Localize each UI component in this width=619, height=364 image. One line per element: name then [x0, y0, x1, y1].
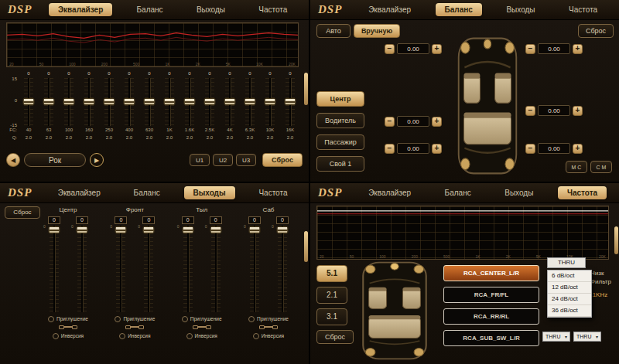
- slider-thumb[interactable]: [248, 226, 260, 233]
- band-gain-slider[interactable]: [83, 78, 95, 126]
- slider-thumb[interactable]: [276, 226, 288, 233]
- outputs-reset-button[interactable]: Сброс: [5, 206, 40, 219]
- band-gain-slider[interactable]: [203, 78, 216, 126]
- slider-thumb[interactable]: [265, 98, 276, 105]
- slope-select[interactable]: THRU: [547, 257, 586, 268]
- mute-checkbox[interactable]: [115, 316, 121, 322]
- channel-rca-sub-button[interactable]: RCA_SUB_SW_L/R: [443, 330, 539, 346]
- mute-checkbox[interactable]: [182, 316, 188, 322]
- decrease-button[interactable]: −: [385, 117, 395, 127]
- band-gain-slider[interactable]: [183, 78, 196, 126]
- decrease-button[interactable]: −: [385, 144, 395, 154]
- decrease-button[interactable]: −: [385, 44, 395, 54]
- tab-frequency[interactable]: Частота: [249, 3, 296, 16]
- mc-toggle-button[interactable]: M C: [566, 161, 587, 173]
- increase-button[interactable]: +: [573, 106, 583, 116]
- channel-rca-front-button[interactable]: RCA_FR/FL: [443, 287, 539, 303]
- user-preset-u1[interactable]: U1: [190, 154, 210, 166]
- tab-outputs[interactable]: Выходы: [184, 186, 235, 199]
- tab-equalizer[interactable]: Эквалайзер: [359, 3, 420, 16]
- slider-thumb[interactable]: [77, 226, 88, 233]
- slider-thumb[interactable]: [164, 98, 176, 105]
- slider-thumb[interactable]: [49, 226, 60, 233]
- slider-thumb[interactable]: [43, 98, 55, 105]
- output-level-slider[interactable]: 0: [249, 226, 260, 312]
- output-level-slider[interactable]: 0: [143, 226, 154, 312]
- slider-thumb[interactable]: [84, 98, 95, 105]
- tab-frequency[interactable]: Частота: [558, 186, 607, 199]
- balance-reset-button[interactable]: Сброс: [578, 24, 614, 38]
- increase-button[interactable]: +: [573, 144, 583, 154]
- tab-equalizer[interactable]: Эквалайзер: [359, 186, 420, 199]
- manual-mode-button[interactable]: Вручную: [354, 24, 400, 38]
- channel-rca-center-button[interactable]: RCA_CENTER_L/R: [443, 265, 539, 281]
- slope-option[interactable]: 24 dB/oct: [548, 294, 591, 305]
- invert-checkbox[interactable]: [53, 333, 59, 339]
- output-level-slider[interactable]: 0: [49, 226, 60, 312]
- invert-checkbox[interactable]: [119, 333, 125, 339]
- preset-next-button[interactable]: ▶: [90, 153, 104, 167]
- left-slope-mini-select[interactable]: THRU ▾: [542, 332, 570, 342]
- mute-checkbox[interactable]: [248, 316, 255, 322]
- output-level-slider[interactable]: 0: [210, 226, 221, 312]
- scroll-handle[interactable]: [304, 231, 308, 262]
- decrease-button[interactable]: −: [525, 144, 535, 154]
- band-gain-slider[interactable]: [63, 78, 75, 126]
- band-gain-slider[interactable]: [244, 78, 256, 126]
- slope-option[interactable]: 36 dB/oct: [548, 305, 591, 317]
- slider-thumb[interactable]: [285, 98, 296, 105]
- preset-button[interactable]: Рок: [24, 153, 86, 167]
- slider-thumb[interactable]: [245, 98, 256, 105]
- mode-2-1-button[interactable]: 2.1: [316, 287, 347, 304]
- link-channels-icon[interactable]: [193, 325, 211, 329]
- slider-thumb[interactable]: [115, 226, 127, 233]
- slider-thumb[interactable]: [143, 226, 155, 233]
- band-gain-slider[interactable]: [224, 78, 236, 126]
- slider-thumb[interactable]: [224, 98, 236, 105]
- tab-balance[interactable]: Баланс: [128, 3, 173, 16]
- slider-thumb[interactable]: [124, 98, 135, 105]
- slider-thumb[interactable]: [182, 226, 193, 233]
- band-gain-slider[interactable]: [103, 78, 115, 126]
- decrease-button[interactable]: −: [525, 106, 535, 116]
- tab-balance[interactable]: Баланс: [436, 186, 480, 199]
- eq-reset-button[interactable]: Сброс: [262, 153, 303, 167]
- increase-button[interactable]: +: [432, 44, 442, 54]
- output-level-slider[interactable]: 0: [183, 226, 193, 312]
- link-channels-icon[interactable]: [259, 325, 278, 329]
- invert-checkbox[interactable]: [253, 333, 259, 339]
- tab-equalizer[interactable]: Эквалайзер: [49, 186, 110, 199]
- user-preset-u2[interactable]: U2: [213, 154, 233, 166]
- slider-thumb[interactable]: [144, 98, 156, 105]
- output-level-slider[interactable]: 0: [115, 226, 126, 312]
- position-custom-button[interactable]: Свой 1: [316, 156, 364, 172]
- slider-thumb[interactable]: [204, 98, 216, 105]
- tab-frequency[interactable]: Частота: [559, 3, 607, 16]
- band-gain-slider[interactable]: [123, 78, 135, 126]
- slider-thumb[interactable]: [184, 98, 196, 105]
- band-gain-slider[interactable]: [22, 78, 35, 126]
- tab-equalizer[interactable]: Эквалайзер: [49, 3, 112, 16]
- slider-thumb[interactable]: [63, 98, 75, 105]
- channel-rca-rear-button[interactable]: RCA_RR/RL: [443, 308, 539, 325]
- slider-thumb[interactable]: [23, 98, 35, 105]
- slope-option[interactable]: 6 dB/oct: [548, 270, 591, 282]
- output-level-slider[interactable]: 0: [77, 226, 87, 312]
- mute-checkbox[interactable]: [48, 316, 54, 322]
- position-passenger-button[interactable]: Пассажир: [316, 134, 364, 150]
- tab-outputs[interactable]: Выходы: [497, 3, 544, 16]
- slope-option[interactable]: 12 dB/oct: [548, 282, 591, 294]
- tab-balance[interactable]: Баланс: [436, 3, 482, 16]
- mode-3-1-button[interactable]: 3.1: [316, 308, 347, 325]
- preset-prev-button[interactable]: ◀: [6, 153, 20, 167]
- decrease-button[interactable]: −: [525, 44, 535, 54]
- band-gain-slider[interactable]: [143, 78, 156, 126]
- position-center-button[interactable]: Центр: [316, 91, 364, 107]
- band-gain-slider[interactable]: [163, 78, 176, 126]
- tab-outputs[interactable]: Выходы: [187, 3, 234, 16]
- tab-balance[interactable]: Баланс: [125, 186, 169, 199]
- mode-5-1-button[interactable]: 5.1: [316, 265, 347, 282]
- auto-mode-button[interactable]: Авто: [316, 24, 351, 38]
- tab-frequency[interactable]: Частота: [249, 186, 296, 199]
- tab-outputs[interactable]: Выходы: [495, 186, 542, 199]
